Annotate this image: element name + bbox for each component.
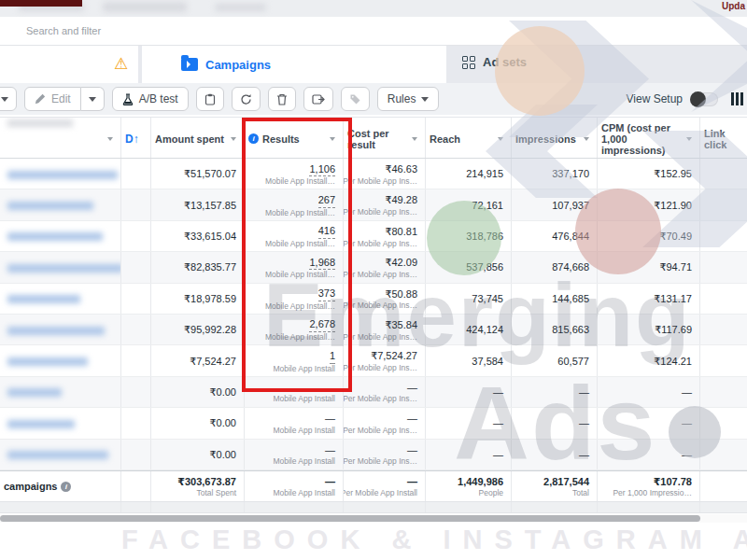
table-row[interactable]: ₹51,570.07 1,106Mobile App Install… ₹46.… <box>0 159 747 189</box>
cpm-cell: ₹152.95 <box>598 159 700 189</box>
header-cost-per-result[interactable]: Cost per result <box>344 118 426 158</box>
table-row[interactable]: ₹0.00 —Mobile App Install —Per Mobile Ap… <box>0 377 747 408</box>
table-row[interactable]: ₹13,157.85 267Mobile App Install… ₹49.28… <box>0 189 747 220</box>
redacted-campaign-name <box>7 420 75 428</box>
table-row[interactable]: ₹95,992.28 2,678Mobile App Install… ₹35.… <box>0 315 747 345</box>
table-row[interactable]: ₹33,615.04 416Mobile App Install… ₹80.81… <box>0 221 747 252</box>
results-cell: —Mobile App Install <box>245 377 344 407</box>
cpm-cell: ₹94.71 <box>598 252 700 282</box>
export-icon <box>312 93 325 105</box>
results-value-link[interactable]: 1,968 <box>309 257 335 271</box>
tag-icon <box>349 93 361 105</box>
cpm-cell: ₹121.90 <box>598 189 700 219</box>
cpm-cell: — <box>598 440 700 469</box>
flask-icon <box>122 93 134 105</box>
cost-per-result-cell: ₹46.63Per Mobile App Ins… <box>344 159 426 189</box>
table-row[interactable]: ₹82,835.77 1,968Mobile App Install… ₹42.… <box>0 252 747 283</box>
cost-per-result-cell: ₹7,524.27Per Mobile App Ins… <box>344 345 426 375</box>
header-results[interactable]: iResults <box>245 118 344 158</box>
reach-cell: 318,786 <box>426 221 512 251</box>
delete-button[interactable] <box>268 87 296 111</box>
cpm-cell: ₹117.69 <box>598 315 700 344</box>
results-value-link[interactable]: 1,106 <box>309 163 335 177</box>
edit-button[interactable]: Edit <box>24 87 81 111</box>
link-clicks-cell <box>700 440 747 469</box>
table-body: ₹51,570.07 1,106Mobile App Install… ₹46.… <box>0 159 747 470</box>
results-cell: 1,106Mobile App Install… <box>245 159 344 189</box>
impressions-cell: 144,685 <box>512 284 598 314</box>
header-delivery-sort[interactable]: D↑ <box>121 118 151 158</box>
tag-button[interactable] <box>341 87 370 111</box>
table-row[interactable]: ₹0.00 —Mobile App Install —Per Mobile Ap… <box>0 408 747 439</box>
redacted-campaign-name <box>7 202 93 210</box>
tab-campaigns[interactable]: Campaigns <box>142 46 446 83</box>
header-link-clicks[interactable]: Link click <box>700 118 747 158</box>
results-value-link[interactable]: — <box>325 413 335 426</box>
duplicate-button[interactable] <box>196 87 224 111</box>
redacted-campaign-name <box>7 327 105 335</box>
info-icon: i <box>61 482 71 492</box>
results-value-link[interactable]: — <box>325 444 335 457</box>
results-value-link[interactable]: — <box>325 382 335 395</box>
top-left-red-bar <box>0 0 82 7</box>
redacted-campaign-name <box>7 451 108 459</box>
clipboard-icon <box>204 93 216 105</box>
amount-spent-cell: ₹0.00 <box>151 377 245 407</box>
totals-label: campaigns <box>4 481 57 494</box>
browser-top-strip: Upda <box>0 0 747 17</box>
results-cell: 2,678Mobile App Install… <box>245 315 344 344</box>
scrollbar-thumb[interactable] <box>0 515 700 522</box>
columns-icon[interactable] <box>731 92 743 105</box>
search-bar[interactable]: Search and filter <box>0 17 747 46</box>
redacted-campaign-name <box>7 388 62 397</box>
results-cell: 1,968Mobile App Install… <box>245 252 344 282</box>
impressions-cell: 107,937 <box>512 189 598 219</box>
results-value-link[interactable]: 2,678 <box>309 318 335 332</box>
ab-test-button[interactable]: A/B test <box>112 87 189 111</box>
table-row[interactable]: ₹18,978.59 373Mobile App Install… ₹50.88… <box>0 284 747 315</box>
amount-spent-cell: ₹33,615.04 <box>151 221 245 251</box>
header-name[interactable] <box>0 118 121 158</box>
cost-per-result-cell: ₹80.81Per Mobile App Ins… <box>344 221 426 251</box>
header-impressions[interactable]: Impressions <box>512 118 598 158</box>
reach-cell: 424,124 <box>426 315 512 344</box>
trash-icon <box>276 93 288 105</box>
header-cpm[interactable]: CPM (cost per 1,000 impressions) <box>598 118 700 158</box>
more-dropdown-button[interactable] <box>0 87 17 111</box>
rules-button[interactable]: Rules <box>377 87 440 111</box>
results-cell: 1Mobile App Install <box>245 345 344 375</box>
horizontal-scrollbar[interactable] <box>0 514 747 523</box>
cost-per-result-cell: ₹50.88Per Mobile App Ins… <box>344 284 426 314</box>
refresh-button[interactable] <box>232 87 261 111</box>
info-icon: i <box>248 133 259 144</box>
cpm-cell: ₹124.21 <box>598 345 700 375</box>
view-setup-toggle[interactable] <box>690 92 718 106</box>
results-value-link[interactable]: 416 <box>318 225 335 239</box>
amount-spent-cell: ₹51,570.07 <box>151 159 245 189</box>
reach-cell: 73,745 <box>426 284 512 314</box>
impressions-cell: — <box>512 408 598 438</box>
cost-per-result-cell: —Per Mobile App Ins… <box>344 408 426 438</box>
export-button[interactable] <box>303 87 333 111</box>
header-reach[interactable]: Reach <box>426 118 512 158</box>
results-value-link[interactable]: 267 <box>318 194 335 208</box>
cpm-cell: — <box>598 377 700 407</box>
amount-spent-cell: ₹18,978.59 <box>151 284 245 314</box>
impressions-cell: 874,668 <box>512 252 598 282</box>
tab-adsets[interactable]: Ad sets <box>462 55 527 69</box>
edit-dropdown-button[interactable] <box>81 87 105 111</box>
table-row[interactable]: ₹7,524.27 1Mobile App Install ₹7,524.27P… <box>0 345 747 376</box>
results-value-link[interactable]: 373 <box>318 287 335 301</box>
cost-per-result-cell: —Per Mobile App Ins… <box>344 377 426 407</box>
link-clicks-cell <box>700 221 747 251</box>
link-clicks-cell <box>700 159 747 189</box>
results-value-link[interactable]: 1 <box>330 350 335 364</box>
cost-per-result-cell: —Per Mobile App Ins… <box>344 440 426 469</box>
link-clicks-cell <box>700 315 747 344</box>
amount-spent-cell: ₹7,524.27 <box>151 345 245 375</box>
redacted-campaign-name <box>7 232 103 241</box>
table-row[interactable]: ₹0.00 —Mobile App Install —Per Mobile Ap… <box>0 440 747 470</box>
impressions-cell: 337,170 <box>512 159 598 189</box>
header-amount-spent[interactable]: Amount spent <box>151 118 245 158</box>
results-cell: 416Mobile App Install… <box>245 221 344 251</box>
